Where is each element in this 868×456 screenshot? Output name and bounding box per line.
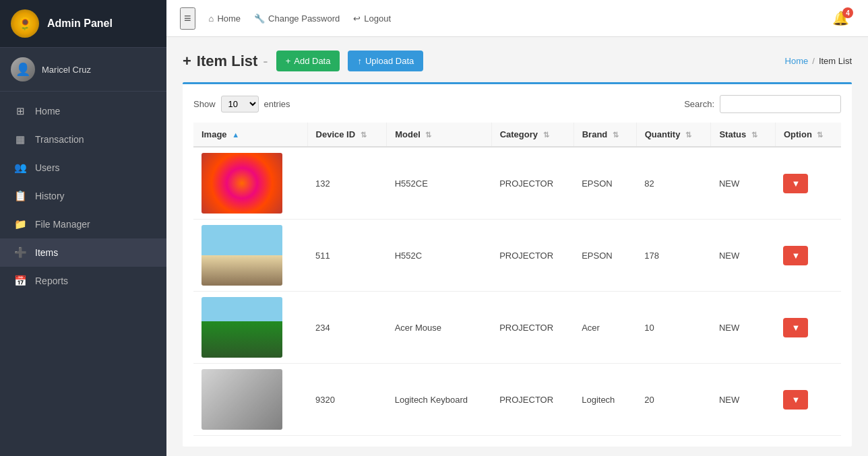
cell-category: PROJECTOR — [491, 292, 574, 364]
option-button[interactable]: ▼ — [783, 174, 808, 193]
home-nav-icon: ⌂ — [209, 13, 214, 24]
sidebar-header: 🌻 Admin Panel — [0, 0, 166, 48]
sort-icon-image: ▲ — [232, 131, 239, 139]
sidebar-item-history[interactable]: 📋 History — [0, 182, 166, 210]
sort-icon-quantity: ⇅ — [685, 131, 691, 139]
search-input[interactable] — [720, 95, 841, 113]
main-content: ≡ ⌂ Home 🔧 Change Password ↩ Logout 🔔 — [166, 0, 868, 456]
cell-brand: Logitech — [574, 364, 636, 436]
sidebar-item-users[interactable]: 👥 Users — [0, 154, 166, 182]
page-title: + Item List - — [183, 53, 268, 70]
option-button[interactable]: ▼ — [783, 390, 808, 410]
sidebar-item-reports[interactable]: 📅 Reports — [0, 267, 166, 295]
sidebar-item-label: Home — [35, 106, 60, 117]
filemanager-icon: 📁 — [13, 218, 27, 230]
table-row: 132H552CEPROJECTOREPSON82NEW▼ — [193, 147, 841, 220]
col-device-id[interactable]: Device ID ⇅ — [307, 123, 387, 147]
cell-image — [193, 147, 307, 220]
topbar-right: 🔔 4 — [827, 7, 855, 29]
sort-icon-category: ⇅ — [543, 131, 549, 139]
history-icon: 📋 — [13, 190, 27, 202]
breadcrumb: Home / Item List — [785, 56, 852, 66]
col-category[interactable]: Category ⇅ — [491, 123, 574, 147]
changepassword-nav-icon: 🔧 — [254, 13, 265, 24]
notification-badge: 4 — [842, 7, 853, 18]
sort-icon-model: ⇅ — [425, 131, 431, 139]
sidebar-item-label: File Manager — [35, 219, 90, 230]
items-table-card: Show 10 25 50 100 entries Search: — [183, 82, 852, 447]
table-row: 234Acer MousePROJECTORAcer10NEW▼ — [193, 292, 841, 364]
option-button[interactable]: ▼ — [783, 246, 808, 265]
col-quantity[interactable]: Quantity ⇅ — [636, 123, 711, 147]
table-row: 511H552CPROJECTOREPSON178NEW▼ — [193, 220, 841, 292]
col-model[interactable]: Model ⇅ — [387, 123, 491, 147]
cell-model: H552C — [387, 220, 491, 292]
sidebar-user-info: 👤 Maricel Cruz — [0, 48, 166, 92]
reports-icon: 📅 — [13, 275, 27, 287]
page-title-icon: + — [183, 53, 191, 70]
cell-category: PROJECTOR — [491, 220, 574, 292]
sidebar-item-label: History — [35, 191, 65, 201]
topbar-nav: ⌂ Home 🔧 Change Password ↩ Logout — [209, 13, 392, 24]
notification-bell-button[interactable]: 🔔 4 — [827, 7, 855, 29]
search-area: Search: — [684, 95, 841, 113]
sidebar-item-label: Users — [35, 162, 60, 173]
sidebar-item-items[interactable]: ➕ Items — [0, 238, 166, 267]
sort-icon-brand: ⇅ — [613, 131, 619, 139]
cell-option: ▼ — [775, 292, 841, 364]
cell-model: Acer Mouse — [387, 292, 491, 364]
cell-device_id: 511 — [307, 220, 387, 292]
topbar-home-link[interactable]: ⌂ Home — [209, 13, 241, 24]
cell-brand: EPSON — [574, 220, 636, 292]
cell-brand: Acer — [574, 292, 636, 364]
cell-status: NEW — [711, 147, 776, 220]
item-image — [202, 225, 282, 286]
cell-image — [193, 220, 307, 292]
page-header: + Item List - + Add Data ↑ Upload Data H… — [183, 51, 852, 71]
cell-quantity: 178 — [636, 220, 711, 292]
cell-device_id: 234 — [307, 292, 387, 364]
cell-model: H552CE — [387, 147, 491, 220]
item-image — [202, 153, 282, 214]
app-title: Admin Panel — [47, 18, 113, 30]
page-title-area: + Item List - + Add Data ↑ Upload Data — [183, 51, 423, 71]
breadcrumb-home-link[interactable]: Home — [785, 56, 809, 66]
sidebar: 🌻 Admin Panel 👤 Maricel Cruz ⊞ Home ▦ Tr… — [0, 0, 166, 456]
show-label: Show — [193, 99, 216, 109]
entries-select[interactable]: 10 25 50 100 — [221, 96, 259, 112]
cell-category: PROJECTOR — [491, 364, 574, 436]
table-controls: Show 10 25 50 100 entries Search: — [193, 95, 841, 113]
breadcrumb-separator: / — [812, 56, 815, 66]
sort-icon-deviceid: ⇅ — [361, 131, 367, 139]
upload-data-button[interactable]: ↑ Upload Data — [348, 51, 423, 71]
item-image — [202, 297, 282, 358]
table-row: 9320Logitech KeyboardPROJECTORLogitech20… — [193, 364, 841, 436]
sidebar-item-label: Transaction — [35, 134, 84, 145]
transaction-icon: ▦ — [13, 133, 27, 145]
users-icon: 👥 — [13, 162, 27, 174]
show-entries-control: Show 10 25 50 100 entries — [193, 96, 290, 112]
sort-icon-status: ⇅ — [751, 131, 757, 139]
add-icon: + — [286, 56, 291, 66]
hamburger-button[interactable]: ≡ — [180, 7, 195, 30]
sidebar-item-filemanager[interactable]: 📁 File Manager — [0, 210, 166, 238]
cell-status: NEW — [711, 364, 776, 436]
topbar-logout-link[interactable]: ↩ Logout — [353, 13, 391, 24]
cell-brand: EPSON — [574, 147, 636, 220]
topbar-changepassword-link[interactable]: 🔧 Change Password — [254, 13, 340, 24]
content-area: + Item List - + Add Data ↑ Upload Data H… — [166, 37, 868, 456]
option-button[interactable]: ▼ — [783, 318, 808, 337]
app-logo: 🌻 — [11, 9, 39, 38]
col-option[interactable]: Option ⇅ — [775, 123, 841, 147]
col-status[interactable]: Status ⇅ — [711, 123, 776, 147]
cell-option: ▼ — [775, 147, 841, 220]
col-brand[interactable]: Brand ⇅ — [574, 123, 636, 147]
add-data-button[interactable]: + Add Data — [276, 51, 340, 71]
cell-image — [193, 292, 307, 364]
sidebar-item-home[interactable]: ⊞ Home — [0, 97, 166, 125]
cell-device_id: 132 — [307, 147, 387, 220]
cell-category: PROJECTOR — [491, 147, 574, 220]
cell-image — [193, 364, 307, 436]
col-image[interactable]: Image ▲ — [193, 123, 307, 147]
sidebar-item-transaction[interactable]: ▦ Transaction — [0, 125, 166, 154]
